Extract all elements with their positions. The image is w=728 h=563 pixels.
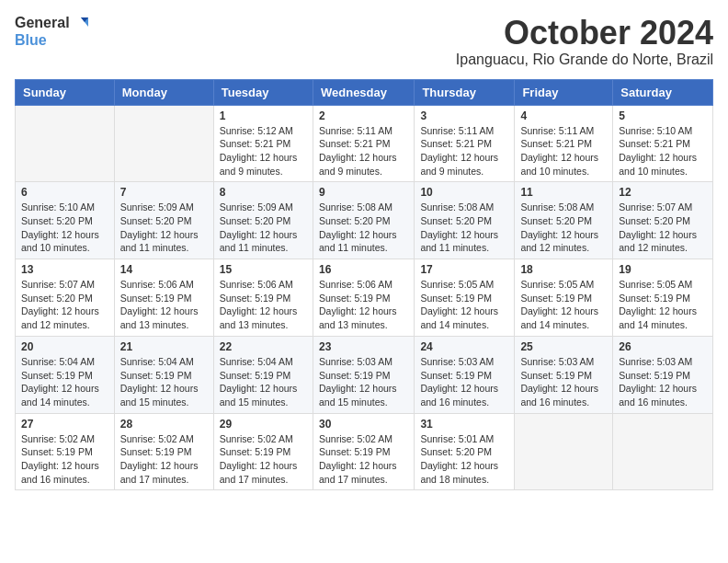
calendar-cell: 1 Sunrise: 5:12 AM Sunset: 5:21 PM Dayli…: [213, 105, 313, 182]
daylight: Daylight: 12 hours and 14 minutes.: [21, 383, 99, 408]
cell-content: Sunrise: 5:07 AM Sunset: 5:20 PM Dayligh…: [619, 201, 707, 255]
daylight: Daylight: 12 hours and 16 minutes.: [21, 460, 99, 485]
sunrise: Sunrise: 5:02 AM: [21, 433, 95, 444]
day-number: 13: [21, 263, 108, 276]
cell-content: Sunrise: 5:04 AM Sunset: 5:19 PM Dayligh…: [21, 355, 108, 409]
cell-content: Sunrise: 5:05 AM Sunset: 5:19 PM Dayligh…: [619, 278, 707, 332]
col-friday: Friday: [515, 79, 613, 105]
daylight: Daylight: 12 hours and 16 minutes.: [420, 383, 498, 408]
sunset: Sunset: 5:19 PM: [21, 446, 93, 457]
calendar-cell: 3 Sunrise: 5:11 AM Sunset: 5:21 PM Dayli…: [415, 105, 515, 182]
daylight: Daylight: 12 hours and 12 minutes.: [520, 229, 598, 254]
calendar-cell: 21 Sunrise: 5:04 AM Sunset: 5:19 PM Dayl…: [114, 336, 213, 413]
sunrise: Sunrise: 5:04 AM: [220, 356, 293, 367]
sunrise: Sunrise: 5:11 AM: [420, 125, 494, 136]
day-number: 19: [619, 263, 707, 276]
sunrise: Sunrise: 5:01 AM: [420, 433, 494, 444]
sunrise: Sunrise: 5:02 AM: [220, 433, 293, 444]
cell-content: Sunrise: 5:05 AM Sunset: 5:19 PM Dayligh…: [520, 278, 607, 332]
sunrise: Sunrise: 5:09 AM: [220, 201, 293, 213]
title-area: October 2024 Ipanguacu, Rio Grande do No…: [456, 15, 713, 68]
sunset: Sunset: 5:20 PM: [619, 215, 690, 226]
calendar-cell: 18 Sunrise: 5:05 AM Sunset: 5:19 PM Dayl…: [515, 259, 613, 337]
calendar-week-3: 13 Sunrise: 5:07 AM Sunset: 5:20 PM Dayl…: [16, 259, 713, 337]
calendar-cell: 27 Sunrise: 5:02 AM Sunset: 5:19 PM Dayl…: [16, 413, 115, 490]
calendar-header-row: Sunday Monday Tuesday Wednesday Thursday…: [16, 79, 713, 105]
day-number: 27: [21, 418, 108, 431]
calendar-cell: 5 Sunrise: 5:10 AM Sunset: 5:21 PM Dayli…: [613, 105, 713, 182]
cell-content: Sunrise: 5:07 AM Sunset: 5:20 PM Dayligh…: [21, 278, 108, 332]
day-number: 14: [120, 263, 208, 276]
col-saturday: Saturday: [613, 79, 713, 105]
calendar-cell: 16 Sunrise: 5:06 AM Sunset: 5:19 PM Dayl…: [313, 259, 414, 337]
cell-content: Sunrise: 5:03 AM Sunset: 5:19 PM Dayligh…: [319, 355, 408, 409]
day-number: 25: [520, 340, 607, 353]
daylight: Daylight: 12 hours and 17 minutes.: [120, 460, 199, 485]
cell-content: Sunrise: 5:06 AM Sunset: 5:19 PM Dayligh…: [220, 278, 307, 332]
daylight: Daylight: 12 hours and 10 minutes.: [619, 152, 697, 177]
day-number: 17: [420, 263, 508, 276]
calendar-week-4: 20 Sunrise: 5:04 AM Sunset: 5:19 PM Dayl…: [16, 336, 713, 413]
calendar-cell: 12 Sunrise: 5:07 AM Sunset: 5:20 PM Dayl…: [613, 182, 713, 259]
daylight: Daylight: 12 hours and 14 minutes.: [520, 305, 598, 330]
calendar-cell: 6 Sunrise: 5:10 AM Sunset: 5:20 PM Dayli…: [16, 182, 115, 259]
day-number: 20: [21, 340, 108, 353]
sunrise: Sunrise: 5:04 AM: [120, 356, 194, 367]
sunrise: Sunrise: 5:07 AM: [619, 201, 692, 213]
calendar-cell: 10 Sunrise: 5:08 AM Sunset: 5:20 PM Dayl…: [415, 182, 515, 259]
day-number: 29: [220, 418, 307, 431]
daylight: Daylight: 12 hours and 17 minutes.: [220, 460, 298, 485]
day-number: 7: [120, 186, 208, 199]
sunrise: Sunrise: 5:10 AM: [619, 125, 692, 136]
sunset: Sunset: 5:19 PM: [619, 370, 690, 381]
sunrise: Sunrise: 5:03 AM: [619, 356, 692, 367]
daylight: Daylight: 12 hours and 11 minutes.: [420, 229, 498, 254]
calendar-cell: 28 Sunrise: 5:02 AM Sunset: 5:19 PM Dayl…: [114, 413, 213, 490]
sunrise: Sunrise: 5:02 AM: [120, 433, 194, 444]
calendar-cell: 11 Sunrise: 5:08 AM Sunset: 5:20 PM Dayl…: [515, 182, 613, 259]
col-monday: Monday: [114, 79, 213, 105]
sunset: Sunset: 5:21 PM: [520, 138, 592, 149]
cell-content: Sunrise: 5:06 AM Sunset: 5:19 PM Dayligh…: [319, 278, 408, 332]
daylight: Daylight: 12 hours and 9 minutes.: [319, 152, 397, 177]
day-number: 6: [21, 186, 108, 199]
daylight: Daylight: 12 hours and 13 minutes.: [120, 305, 199, 330]
sunrise: Sunrise: 5:12 AM: [220, 125, 293, 136]
sunset: Sunset: 5:19 PM: [120, 293, 192, 304]
calendar-cell: 24 Sunrise: 5:03 AM Sunset: 5:19 PM Dayl…: [415, 336, 515, 413]
sunrise: Sunrise: 5:05 AM: [520, 279, 594, 290]
calendar-cell: 9 Sunrise: 5:08 AM Sunset: 5:20 PM Dayli…: [313, 182, 414, 259]
day-number: 30: [319, 418, 408, 431]
col-tuesday: Tuesday: [213, 79, 313, 105]
cell-content: Sunrise: 5:11 AM Sunset: 5:21 PM Dayligh…: [420, 124, 508, 178]
cell-content: Sunrise: 5:05 AM Sunset: 5:19 PM Dayligh…: [420, 278, 508, 332]
sunrise: Sunrise: 5:11 AM: [520, 125, 594, 136]
cell-content: Sunrise: 5:04 AM Sunset: 5:19 PM Dayligh…: [220, 355, 307, 409]
sunset: Sunset: 5:21 PM: [420, 138, 492, 149]
sunrise: Sunrise: 5:07 AM: [21, 279, 95, 290]
calendar-week-5: 27 Sunrise: 5:02 AM Sunset: 5:19 PM Dayl…: [16, 413, 713, 490]
sunset: Sunset: 5:20 PM: [520, 215, 592, 226]
day-number: 31: [420, 418, 508, 431]
calendar-cell: 8 Sunrise: 5:09 AM Sunset: 5:20 PM Dayli…: [213, 182, 313, 259]
daylight: Daylight: 12 hours and 11 minutes.: [220, 229, 298, 254]
cell-content: Sunrise: 5:09 AM Sunset: 5:20 PM Dayligh…: [220, 201, 307, 255]
sunset: Sunset: 5:19 PM: [319, 293, 391, 304]
daylight: Daylight: 12 hours and 15 minutes.: [120, 383, 199, 408]
day-number: 16: [319, 263, 408, 276]
cell-content: Sunrise: 5:08 AM Sunset: 5:20 PM Dayligh…: [420, 201, 508, 255]
sunrise: Sunrise: 5:10 AM: [21, 201, 95, 213]
sunset: Sunset: 5:19 PM: [220, 293, 291, 304]
day-number: 5: [619, 109, 707, 122]
day-number: 22: [220, 340, 307, 353]
sunrise: Sunrise: 5:06 AM: [120, 279, 194, 290]
cell-content: Sunrise: 5:12 AM Sunset: 5:21 PM Dayligh…: [220, 124, 307, 178]
calendar-cell: 26 Sunrise: 5:03 AM Sunset: 5:19 PM Dayl…: [613, 336, 713, 413]
sunset: Sunset: 5:21 PM: [319, 138, 391, 149]
calendar-cell: 14 Sunrise: 5:06 AM Sunset: 5:19 PM Dayl…: [114, 259, 213, 337]
cell-content: Sunrise: 5:04 AM Sunset: 5:19 PM Dayligh…: [120, 355, 208, 409]
sunrise: Sunrise: 5:06 AM: [220, 279, 293, 290]
cell-content: Sunrise: 5:10 AM Sunset: 5:20 PM Dayligh…: [21, 201, 108, 255]
daylight: Daylight: 12 hours and 14 minutes.: [619, 305, 697, 330]
sunrise: Sunrise: 5:08 AM: [520, 201, 594, 213]
